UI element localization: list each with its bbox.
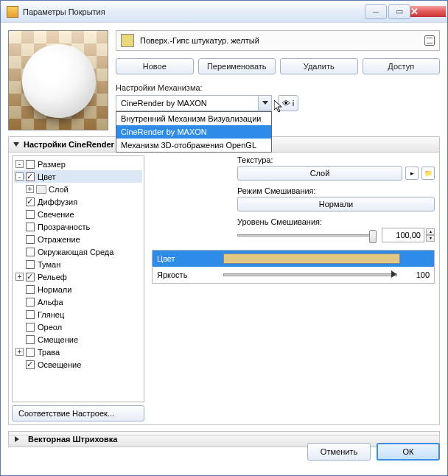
tree-item-label: Прозрачность [38,223,90,231]
brightness-slider[interactable] [223,273,397,276]
tree-checkbox[interactable] [26,260,35,269]
tree-expand-icon[interactable]: + [15,273,24,281]
tree-item-label: Освещение [38,360,81,369]
tree-checkbox[interactable] [26,348,35,357]
tree-checkbox[interactable] [26,172,35,181]
tree-item[interactable]: Альфа [14,295,142,308]
material-swatch-icon [121,34,134,47]
brightness-value: 100 [400,270,430,279]
tree-item-label: Альфа [38,298,63,307]
texture-browse-icon[interactable]: 📁 [421,167,435,180]
minimize-button[interactable]: ─ [365,4,387,19]
tree-item-label: Рельеф [38,273,67,281]
blend-mode-label: Режим Смешивания: [237,186,435,195]
engine-select-value: CineRender by MAXON [116,99,258,108]
texture-label: Текстура: [237,155,435,164]
ok-button[interactable]: ОК [377,443,440,461]
tree-item-label: Слой [49,185,69,194]
tree-item[interactable]: Свечение [14,208,142,220]
delete-button[interactable]: Удалить [280,58,358,74]
tree-item[interactable]: Отражение [14,233,142,245]
tree-expand-icon[interactable]: - [15,172,24,181]
tree-item-label: Туман [38,260,60,269]
blend-level-slider[interactable] [237,234,376,237]
tree-checkbox[interactable] [26,285,35,294]
tree-checkbox[interactable] [26,360,35,369]
cancel-button[interactable]: Отменить [307,443,371,461]
tree-item[interactable]: Туман [14,258,142,270]
tree-item[interactable]: Освещение [14,358,142,371]
tree-item[interactable]: +Рельеф [14,270,142,283]
material-preview [8,30,108,130]
tree-item[interactable]: Ореол [14,321,142,333]
blend-level-value[interactable]: 100,00 [382,228,424,242]
tree-expand-icon[interactable]: - [15,160,24,168]
tree-item[interactable]: Смещение [14,333,142,346]
tree-item-label: Окружающая Среда [38,248,113,256]
tree-item[interactable]: Диффузия [14,195,142,208]
color-swatch[interactable] [223,253,400,264]
tree-expand-icon[interactable]: + [26,185,34,193]
chevron-down-icon[interactable] [258,96,271,111]
tree-item[interactable]: Глянец [14,308,142,321]
tree-item-label: Цвет [38,172,56,181]
tree-item[interactable]: Нормали [14,283,142,295]
tree-item-label: Свечение [38,210,74,219]
blend-level-label: Уровень Смешивания: [237,217,435,226]
tree-checkbox[interactable] [26,323,35,332]
close-button[interactable]: ✕ [410,6,446,17]
preview-info-button[interactable]: 👁 i [278,95,298,111]
engine-select[interactable]: CineRender by MAXON [116,95,272,111]
tree-expand-icon[interactable]: + [15,348,24,356]
tree-checkbox[interactable] [26,273,35,281]
brightness-label: Яркость [157,270,223,279]
tree-item[interactable]: Прозрачность [14,220,142,233]
tree-item-label: Смещение [38,335,78,344]
tree-item-label: Глянец [38,310,64,319]
tree-item-label: Ореол [38,323,62,332]
match-settings-button[interactable]: Соответствие Настроек... [12,405,144,421]
tree-item[interactable]: -Цвет [14,170,142,183]
texture-popup-icon[interactable]: ▸ [405,167,419,180]
tree-item[interactable]: +Трава [14,346,142,358]
tree-checkbox[interactable] [26,210,35,219]
blend-level-stepper[interactable]: ▴▾ [426,228,435,242]
blend-mode-button[interactable]: Нормали [237,197,435,211]
slider-thumb[interactable] [369,230,377,243]
titlebar: Параметры Покрытия ─ ▭ ✕ [1,1,447,23]
texture-layer-button[interactable]: Слой [237,166,402,181]
brightness-property-row[interactable]: Яркость 100 [153,267,434,283]
properties-icon[interactable] [424,35,435,46]
tree-checkbox[interactable] [26,310,35,319]
engine-option-cinerender[interactable]: CineRender by MAXON [116,125,271,139]
tree-checkbox[interactable] [26,197,35,206]
material-name-text: Поверх.-Гипс штукатур. желтый [140,36,424,45]
material-name-field[interactable]: Поверх.-Гипс штукатур. желтый [116,30,440,51]
window-title: Параметры Покрытия [23,7,363,16]
tree-checkbox[interactable] [26,335,35,344]
tree-item-label: Отражение [38,235,80,244]
tree-checkbox[interactable] [26,248,35,256]
tree-item[interactable]: Окружающая Среда [14,245,142,258]
new-button[interactable]: Новое [116,58,194,74]
tree-item[interactable]: -Размер [14,158,142,170]
layer-icon [36,185,46,194]
rename-button[interactable]: Переименовать [198,58,276,74]
access-button[interactable]: Доступ [363,58,441,74]
color-property-label: Цвет [157,254,223,263]
tree-item-label: Диффузия [38,197,77,206]
tree-item-label: Нормали [38,285,71,294]
tree-item-label: Размер [38,160,66,169]
tree-item[interactable]: +Слой [14,183,142,195]
channel-tree[interactable]: -Размер-Цвет+СлойДиффузияСвечениеПрозрач… [12,155,144,402]
color-property-row[interactable]: Цвет [153,251,434,267]
tree-checkbox[interactable] [26,298,35,307]
tree-checkbox[interactable] [26,235,35,244]
engine-dropdown: Внутренний Механизм Визуализации CineRen… [116,111,272,153]
engine-option-opengl[interactable]: Механизм 3D-отображения OpenGL [116,139,271,152]
engine-option-internal[interactable]: Внутренний Механизм Визуализации [116,112,271,125]
app-icon [7,6,18,18]
maximize-button[interactable]: ▭ [388,4,410,19]
tree-checkbox[interactable] [26,223,35,231]
tree-checkbox[interactable] [26,160,35,169]
